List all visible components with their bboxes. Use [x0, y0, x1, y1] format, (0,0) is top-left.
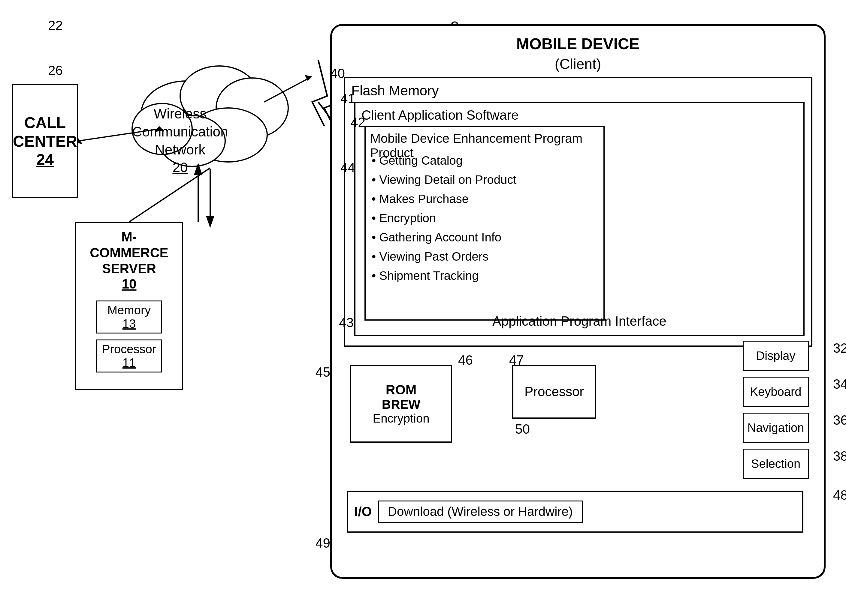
selection-box: Selection: [743, 449, 809, 479]
navigation-num: 36: [833, 413, 846, 428]
bullet-viewing-detail: Viewing Detail on Product: [372, 170, 516, 189]
brew-label: BREW: [382, 397, 420, 412]
rom-num2: 46: [458, 353, 473, 368]
processor-mobile-label: Processor: [524, 384, 584, 399]
rom-box: ROM BREW Encryption: [350, 365, 452, 443]
svg-marker-10: [305, 75, 312, 81]
io-box: I/O Download (Wireless or Hardwire): [347, 491, 803, 532]
io-num2: 49: [315, 535, 330, 551]
wireless-network-number: 20: [172, 160, 188, 175]
tower-num-26: 26: [48, 63, 63, 78]
bullet-num: 44: [340, 160, 355, 175]
api-label: Application Program Interface: [492, 314, 667, 329]
mobile-device-outer: MOBILE DEVICE (Client) 40 Flash Memory 4…: [330, 24, 825, 579]
bullet-getting-catalog: Getting Catalog: [372, 151, 516, 170]
svg-line-14: [318, 102, 327, 114]
enhancement-box: 42 Mobile Device Enhancement Program Pro…: [365, 126, 605, 321]
rom-encryption-label: Encryption: [373, 412, 430, 425]
navigation-box: Navigation: [743, 413, 809, 443]
download-label: Download (Wireless or Hardwire): [388, 505, 573, 519]
memory-box: Memory 13: [96, 301, 162, 333]
display-box: Display: [743, 341, 809, 371]
selection-num: 38: [833, 449, 846, 463]
api-num: 43: [339, 315, 354, 330]
download-box: Download (Wireless or Hardwire): [378, 500, 583, 523]
processor-mobile-box: Processor: [512, 365, 596, 419]
processor-box: Processor 11: [96, 339, 162, 373]
rom-label: ROM: [386, 382, 417, 397]
bullet-gathering-account: Gathering Account Info: [372, 227, 516, 247]
keyboard-box: Keyboard: [743, 377, 809, 407]
client-app-label: Client Application Software: [362, 108, 518, 123]
client-app-box: 41 Client Application Software 42 Mobile…: [354, 102, 805, 336]
server-number: 10: [122, 277, 137, 292]
bullet-makes-purchase: Makes Purchase: [372, 189, 516, 208]
display-num: 32: [833, 341, 846, 356]
processor-label: Processor: [102, 342, 156, 356]
selection-label: Selection: [751, 457, 801, 471]
rom-num: 45: [315, 365, 330, 380]
keyboard-num: 34: [833, 377, 846, 392]
navigation-label: Navigation: [747, 421, 804, 434]
memory-number: 13: [122, 317, 136, 330]
mobile-device-sublabel: (Client): [555, 56, 601, 72]
server-title: M-COMMERCE SERVER: [82, 229, 176, 277]
io-num: 48: [833, 488, 846, 503]
client-num: 41: [340, 91, 355, 106]
call-center-number: 24: [36, 151, 54, 169]
processor-mobile-num2: 50: [515, 422, 530, 437]
call-center-label: CALL CENTER: [13, 113, 77, 151]
wireless-network-text: Wireless Communication Network: [132, 106, 228, 157]
flash-memory-box: 40 Flash Memory 41 Client Application So…: [344, 77, 812, 347]
flash-num: 40: [330, 66, 345, 81]
bullet-viewing-past: Viewing Past Orders: [372, 247, 516, 266]
processor-number: 11: [122, 356, 136, 370]
keyboard-label: Keyboard: [750, 385, 801, 399]
tower-num-22: 22: [48, 18, 63, 33]
display-label: Display: [756, 349, 795, 362]
io-label: I/O: [354, 504, 372, 519]
cloud-container: Wireless Communication Network 20: [96, 60, 264, 192]
memory-label: Memory: [107, 304, 151, 317]
flash-memory-label: Flash Memory: [351, 82, 438, 99]
svg-line-9: [264, 78, 309, 102]
enhancement-num: 42: [351, 115, 365, 130]
server-box: M-COMMERCE SERVER 10 Memory 13 Processor…: [75, 222, 183, 390]
mobile-device-label: MOBILE DEVICE: [516, 35, 640, 53]
bullet-encryption: Encryption: [372, 208, 516, 227]
cloud-label: Wireless Communication Network 20: [123, 105, 237, 177]
processor-mobile-num: 47: [509, 353, 524, 368]
bullet-shipment: Shipment Tracking: [372, 266, 516, 285]
call-center-box: CALL CENTER 24: [12, 84, 78, 198]
bullet-list: Getting Catalog Viewing Detail on Produc…: [372, 151, 516, 285]
